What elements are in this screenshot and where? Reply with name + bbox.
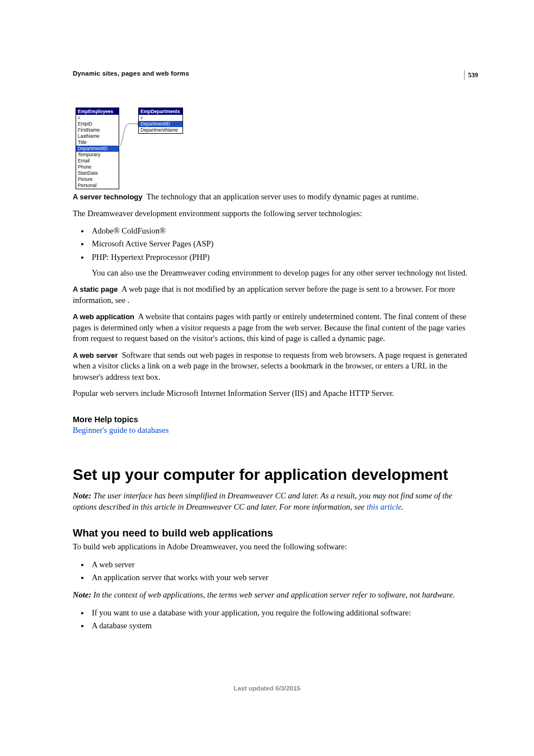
- term: A server technology: [73, 193, 143, 201]
- note-label: Note:: [73, 491, 93, 500]
- term: A web server: [73, 351, 118, 360]
- table-header: EmpDepartments: [139, 108, 182, 115]
- list-item: PHP: Hypertext Preprocessor (PHP): [90, 251, 475, 264]
- footer-last-updated: Last updated 6/3/2015: [0, 685, 534, 692]
- note-label: Note:: [73, 590, 93, 599]
- def-web-server: A web server Software that sends out web…: [73, 350, 475, 383]
- relationship-diagram: EmpEmployees x EmpID FirstName LastName …: [73, 105, 185, 186]
- table-emp-employees: EmpEmployees x EmpID FirstName LastName …: [76, 108, 119, 189]
- term: A static page: [73, 285, 118, 293]
- build-list-1: A web server An application server that …: [73, 558, 475, 584]
- list-item: An application server that works with yo…: [90, 571, 475, 584]
- build-intro: To build web applications in Adobe Dream…: [73, 542, 475, 553]
- term: A web application: [73, 312, 134, 321]
- this-article-link[interactable]: this article: [367, 502, 401, 511]
- def-server-technology: A server technology The technology that …: [73, 192, 475, 203]
- note-simplified-ui: Note: The user interface has been simpli…: [73, 491, 475, 512]
- table-emp-departments: EmpDepartments x DepartmentID Department…: [138, 108, 183, 134]
- def-web-application: A web application A website that contain…: [73, 311, 475, 344]
- tech-list: Adobe® ColdFusion® Microsoft Active Serv…: [73, 225, 475, 264]
- sub-heading: What you need to build web applications: [73, 527, 475, 539]
- section-header: Dynamic sites, pages and web forms: [73, 70, 475, 77]
- list-item: A web server: [90, 558, 475, 571]
- more-help-topics-heading: More Help topics: [73, 415, 475, 424]
- beginners-guide-link[interactable]: Beginner's guide to databases: [73, 426, 168, 435]
- list-item: A database system: [90, 619, 475, 632]
- list-item: If you want to use a database with your …: [90, 606, 475, 619]
- list-item: Microsoft Active Server Pages (ASP): [90, 237, 475, 250]
- table-header: EmpEmployees: [76, 108, 119, 115]
- main-heading: Set up your computer for application dev…: [73, 466, 475, 484]
- def-static-page: A static page A web page that is not mod…: [73, 284, 475, 306]
- build-list-2: If you want to use a database with your …: [73, 606, 475, 632]
- note-context: Note: In the context of web applications…: [73, 590, 475, 601]
- popular-servers: Popular web servers include Microsoft In…: [73, 388, 475, 399]
- page-number: 539: [464, 70, 478, 80]
- relationship-connector: [119, 120, 139, 150]
- list-item: Adobe® ColdFusion®: [90, 225, 475, 237]
- support-line: The Dreamweaver development environment …: [73, 208, 475, 220]
- page-content: 539 Dynamic sites, pages and web forms E…: [0, 0, 534, 669]
- coding-env-note: You can also use the Dreamweaver coding …: [92, 267, 475, 278]
